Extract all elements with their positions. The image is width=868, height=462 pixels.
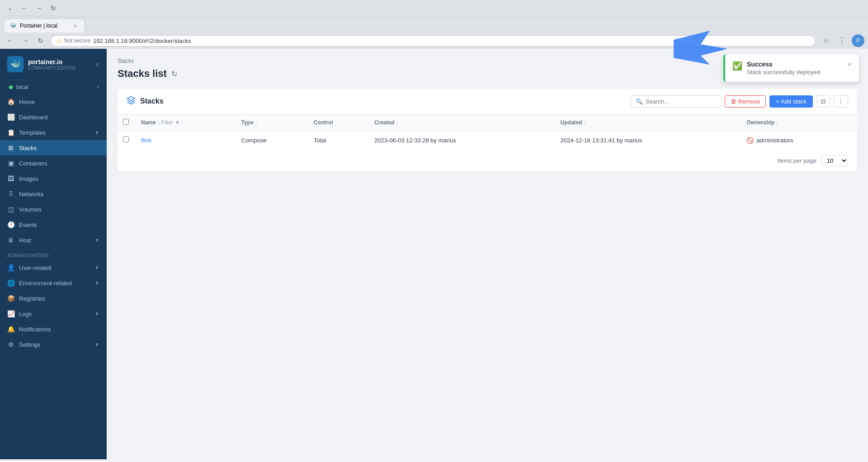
bookmark-button[interactable]: ☆ (819, 34, 832, 47)
view-toggle-button[interactable]: ⊟ (816, 95, 830, 108)
items-per-page-label: Items per page (777, 157, 816, 164)
chevron-down-icon: ▼ (94, 265, 99, 270)
stacks-panel: Stacks 🔍 × 🗑 Remove + Add stack ⊟ ⋮ (118, 89, 857, 172)
active-tab[interactable]: 🐳 Portainer | local × (4, 19, 85, 33)
browser-forward[interactable]: → (33, 2, 45, 14)
remove-button[interactable]: 🗑 Remove (725, 95, 766, 108)
browser-menu-button[interactable]: ⋮ (835, 34, 848, 47)
volumes-icon: ◫ (7, 206, 14, 213)
chevron-down-icon: ▼ (94, 280, 99, 286)
notification-toast: ✅ Success Stack successfully deployed × (723, 54, 859, 82)
search-icon: 🔍 (636, 98, 643, 105)
refresh-button[interactable]: ↻ (171, 70, 177, 78)
col-type: Type ↕ (236, 114, 308, 131)
sidebar-item-environment-related[interactable]: 🌐 Environment-related ▼ (0, 275, 107, 291)
stack-created-cell: 2023-06-03 12:33:28 by marius (369, 131, 555, 150)
sidebar-item-home[interactable]: 🏠 Home (0, 94, 107, 109)
browser-back[interactable]: ← (18, 2, 31, 14)
sidebar-item-label: Notifications (19, 326, 51, 333)
user-icon: 👤 (7, 264, 14, 271)
toast-title: Success (747, 61, 843, 68)
per-page-select[interactable]: 10 25 50 100 (821, 155, 848, 166)
chevron-down-icon: ▼ (94, 311, 99, 316)
images-icon: 🖼 (7, 175, 14, 182)
events-icon: 🕐 (7, 221, 14, 228)
sidebar-item-networks[interactable]: ⠿ Networks (0, 186, 107, 202)
panel-title: Stacks (140, 97, 164, 105)
filter-button[interactable]: Filter ▼ (161, 119, 180, 126)
sidebar-item-label: Events (19, 222, 37, 228)
nav-back-button[interactable]: ← (4, 34, 16, 47)
stack-ownership-cell: 🚫 administrators (741, 131, 857, 150)
add-stack-button[interactable]: + Add stack (769, 95, 813, 108)
sidebar-item-dashboard[interactable]: ⬜ Dashboard (0, 109, 107, 125)
sidebar-item-volumes[interactable]: ◫ Volumes (0, 202, 107, 217)
nav-forward-button[interactable]: → (19, 34, 32, 47)
containers-icon: ▣ (7, 160, 14, 167)
ownership-icon: 🚫 (746, 137, 754, 144)
browser-minimize[interactable]: ⌄ (4, 2, 16, 14)
sidebar-item-label: Images (19, 175, 38, 182)
sort-icon: ↓ (157, 120, 160, 125)
sidebar-item-logs[interactable]: 📈 Logs ▼ (0, 306, 107, 321)
page-title: Stacks list (118, 68, 167, 80)
sidebar-item-label: Containers (19, 160, 47, 167)
success-icon: ✅ (732, 61, 742, 71)
stack-updated-cell: 2024-12-16 13:31:41 by marius (555, 131, 741, 150)
sort-icon: ↕ (396, 120, 398, 125)
sort-icon: ↕ (776, 120, 778, 125)
row-checkbox[interactable] (123, 137, 129, 142)
browser-reload[interactable]: ↻ (47, 2, 60, 14)
sidebar-item-label: Templates (19, 129, 46, 136)
security-icon: ⚠ (57, 38, 61, 44)
toast-content: Success Stack successfully deployed (747, 61, 843, 75)
sidebar-item-events[interactable]: 🕐 Events (0, 217, 107, 232)
sidebar-item-stacks[interactable]: ⊞ Stacks (0, 140, 107, 156)
security-text: Not secure (64, 38, 90, 44)
sidebar-collapse-button[interactable]: « (95, 60, 99, 68)
sidebar-logo: 🐳 portainer.io COMMUNITY EDITION « (0, 49, 107, 80)
tab-title: Portainer | local (20, 23, 57, 29)
sort-icon: ↕ (584, 120, 586, 125)
stacks-nav-icon: ⊞ (7, 144, 14, 151)
sidebar-item-images[interactable]: 🖼 Images (0, 171, 107, 186)
stacks-panel-icon (127, 96, 136, 107)
environment-status-dot (9, 85, 13, 89)
col-control: Control (308, 114, 369, 131)
sidebar-item-containers[interactable]: ▣ Containers (0, 156, 107, 171)
notifications-icon: 🔔 (7, 325, 14, 333)
sidebar-item-notifications[interactable]: 🔔 Notifications (0, 321, 107, 337)
environment-item[interactable]: local × (0, 80, 107, 94)
sidebar-item-host[interactable]: 🖥 Host ▼ (0, 232, 107, 248)
templates-icon: 📋 (7, 129, 14, 136)
sidebar-item-label: Logs (19, 311, 32, 317)
logo-edition: COMMUNITY EDITION (28, 66, 75, 71)
chevron-down-icon: ▼ (94, 130, 99, 135)
stack-control-cell: Total (308, 131, 369, 150)
chevron-down-icon: ▼ (94, 237, 99, 243)
search-input[interactable] (646, 98, 722, 105)
stack-name-link[interactable]: flink (141, 137, 151, 144)
environment-close-icon[interactable]: × (96, 84, 99, 90)
sidebar-item-label: Networks (19, 191, 43, 198)
networks-icon: ⠿ (7, 190, 14, 198)
address-bar[interactable]: ⚠ Not secure 192.168.1.18:9000/#!/2/dock… (51, 35, 816, 47)
sidebar-item-user-related[interactable]: 👤 User-related ▼ (0, 260, 107, 275)
search-box: 🔍 × (631, 95, 721, 108)
more-options-button[interactable]: ⋮ (834, 95, 848, 108)
sidebar-item-settings[interactable]: ⚙ Settings ▼ (0, 337, 107, 352)
nav-reload-button[interactable]: ↻ (34, 34, 47, 47)
sidebar-item-label: Home (19, 99, 35, 105)
sidebar-item-templates[interactable]: 📋 Templates ▼ (0, 125, 107, 140)
stacks-table: Name ↓ Filter ▼ Type ↕ Control Created ↕ (118, 114, 857, 150)
host-icon: 🖥 (7, 236, 14, 244)
tab-close-button[interactable]: × (71, 22, 79, 30)
toast-close-button[interactable]: × (848, 61, 852, 69)
environment-name: local (16, 84, 28, 90)
sidebar-item-registries[interactable]: 📦 Registries (0, 291, 107, 306)
sidebar-item-label: Settings (19, 341, 40, 348)
profile-avatar[interactable]: P (852, 34, 864, 47)
pagination: Items per page 10 25 50 100 (118, 150, 857, 172)
stack-name-cell: flink (136, 131, 236, 150)
select-all-checkbox[interactable] (123, 119, 129, 125)
